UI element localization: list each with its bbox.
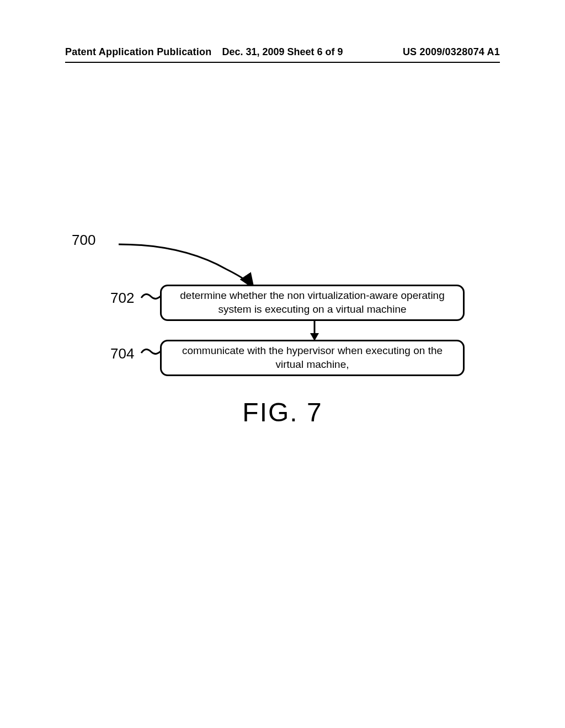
reference-702: 702 xyxy=(110,290,134,307)
flow-step-702: determine whether the non virtualization… xyxy=(160,285,465,321)
reference-704: 704 xyxy=(110,345,134,362)
header-pub-number: US 2009/0328074 A1 xyxy=(403,46,500,58)
header-rule xyxy=(65,62,500,63)
arrow-down-icon xyxy=(308,321,321,342)
flow-step-704-text: communicate with the hypervisor when exe… xyxy=(168,344,456,371)
flow-step-704: communicate with the hypervisor when exe… xyxy=(160,340,465,376)
lead-line-704-icon xyxy=(140,342,162,364)
curved-arrow-icon xyxy=(116,242,259,291)
figure-label: FIG. 7 xyxy=(0,397,565,427)
header-date-sheet: Dec. 31, 2009 Sheet 6 of 9 xyxy=(222,46,343,58)
flow-step-702-text: determine whether the non virtualization… xyxy=(168,289,456,316)
lead-line-702-icon xyxy=(140,287,162,309)
patent-header: Patent Application Publication Dec. 31, … xyxy=(0,46,565,58)
header-publication: Patent Application Publication xyxy=(65,46,211,58)
reference-700: 700 xyxy=(72,232,95,249)
